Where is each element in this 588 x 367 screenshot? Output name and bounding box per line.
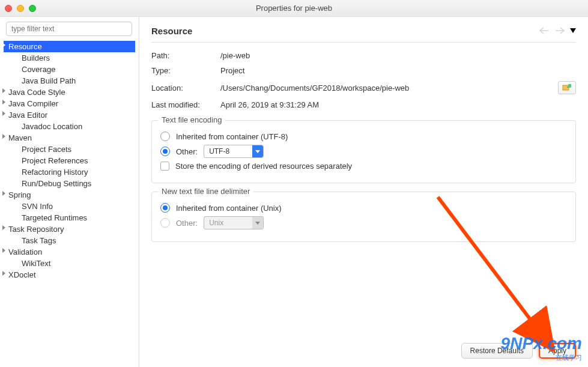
category-tree: ResourceBuildersCoverageJava Build PathJ…	[4, 41, 135, 281]
sidebar-item-coverage[interactable]: Coverage	[4, 64, 135, 75]
delimiter-select: Unix	[204, 216, 264, 229]
sidebar-item-label: SVN Info	[22, 202, 53, 211]
restore-defaults-button[interactable]: Restore Defaults	[461, 343, 533, 359]
encoding-inherited-radio[interactable]	[160, 132, 170, 141]
sidebar-item-label: Maven	[8, 133, 32, 142]
sidebar-item-label: Java Build Path	[22, 76, 76, 85]
sidebar-item-maven[interactable]: Maven	[4, 132, 135, 144]
encoding-group: Text file encoding Inherited from contai…	[151, 120, 576, 183]
delimiter-select-value: Unix	[209, 219, 223, 227]
chevron-updown-icon	[252, 217, 263, 229]
expand-arrow-icon	[2, 225, 5, 230]
sidebar-item-java-compiler[interactable]: Java Compiler	[4, 98, 135, 109]
sidebar-item-validation[interactable]: Validation	[4, 246, 135, 258]
store-derived-checkbox[interactable]	[160, 162, 169, 171]
sidebar-item-label: Builders	[22, 53, 50, 62]
type-value: Project	[220, 66, 558, 75]
sidebar-item-project-references[interactable]: Project References	[4, 155, 135, 166]
titlebar: Properties for pie-web	[0, 0, 588, 17]
expand-arrow-icon	[2, 88, 5, 93]
content-pane: Resource Path: /pie-web Type: Project Lo…	[139, 17, 588, 367]
sidebar-item-wikitext[interactable]: WikiText	[4, 258, 135, 269]
sidebar-item-label: Java Compiler	[8, 99, 58, 108]
filter-input[interactable]	[6, 22, 132, 36]
encoding-select-value: UTF-8	[209, 147, 229, 156]
sidebar-item-label: Project Facets	[22, 145, 71, 154]
show-in-system-explorer-button[interactable]	[558, 81, 576, 94]
expand-arrow-icon	[2, 111, 5, 116]
nav-forward-icon[interactable]	[553, 25, 566, 36]
sidebar-item-label: Task Repository	[8, 225, 64, 234]
sidebar-item-java-code-style[interactable]: Java Code Style	[4, 86, 135, 98]
sidebar-item-resource[interactable]: Resource	[4, 41, 135, 52]
window-title: Properties for pie-web	[0, 4, 588, 13]
location-label: Location:	[151, 83, 220, 93]
expand-arrow-icon	[2, 43, 5, 47]
delimiter-group-title: New text file line delimiter	[158, 187, 253, 196]
sidebar: ResourceBuildersCoverageJava Build PathJ…	[0, 17, 139, 367]
sidebar-item-label: Java Code Style	[8, 88, 65, 97]
sidebar-item-label: Targeted Runtimes	[22, 213, 87, 222]
delimiter-other-radio[interactable]	[160, 218, 170, 228]
sidebar-item-xdoclet[interactable]: XDoclet	[4, 269, 135, 281]
expand-arrow-icon	[2, 100, 5, 105]
expand-arrow-icon	[2, 248, 5, 253]
delimiter-other-label: Other:	[176, 219, 198, 228]
encoding-other-label: Other:	[176, 147, 198, 156]
encoding-select[interactable]: UTF-8	[204, 145, 264, 158]
path-label: Path:	[151, 51, 220, 60]
sidebar-item-label: Javadoc Location	[22, 122, 82, 131]
location-value: /Users/Chang/Documents/GF2018/workspace/…	[220, 83, 558, 93]
nav-back-icon[interactable]	[538, 25, 551, 36]
sidebar-item-svn-info[interactable]: SVN Info	[4, 201, 135, 212]
lastmod-label: Last modified:	[151, 100, 220, 109]
sidebar-item-project-facets[interactable]: Project Facets	[4, 144, 135, 155]
sidebar-item-label: Coverage	[22, 65, 55, 74]
sidebar-item-label: Run/Debug Settings	[22, 179, 91, 188]
sidebar-item-java-editor[interactable]: Java Editor	[4, 109, 135, 121]
apply-button[interactable]: Apply	[539, 343, 576, 359]
encoding-inherited-label: Inherited from container (UTF-8)	[176, 132, 288, 141]
expand-arrow-icon	[2, 271, 5, 276]
delimiter-inherited-radio[interactable]	[160, 203, 170, 213]
store-derived-label: Store the encoding of derived resources …	[175, 162, 352, 171]
sidebar-item-javadoc-location[interactable]: Javadoc Location	[4, 121, 135, 132]
path-value: /pie-web	[220, 51, 558, 60]
chevron-down-icon	[252, 145, 263, 157]
sidebar-item-label: Resource	[8, 42, 42, 51]
sidebar-item-java-build-path[interactable]: Java Build Path	[4, 75, 135, 86]
view-menu-icon[interactable]	[570, 28, 576, 33]
sidebar-item-label: WikiText	[22, 259, 50, 268]
delimiter-group: New text file line delimiter Inherited f…	[151, 192, 576, 242]
delimiter-inherited-label: Inherited from container (Unix)	[176, 204, 282, 213]
sidebar-item-label: Spring	[8, 190, 31, 199]
svg-rect-0	[563, 85, 569, 90]
encoding-group-title: Text file encoding	[158, 115, 225, 124]
sidebar-item-run-debug-settings[interactable]: Run/Debug Settings	[4, 178, 135, 189]
sidebar-item-task-repository[interactable]: Task Repository	[4, 223, 135, 235]
sidebar-item-label: Task Tags	[22, 236, 56, 245]
sidebar-item-label: Java Editor	[8, 111, 47, 120]
sidebar-item-targeted-runtimes[interactable]: Targeted Runtimes	[4, 212, 135, 223]
expand-arrow-icon	[2, 134, 5, 139]
sidebar-item-refactoring-history[interactable]: Refactoring History	[4, 166, 135, 178]
sidebar-item-label: Validation	[8, 247, 42, 256]
sidebar-item-builders[interactable]: Builders	[4, 52, 135, 64]
page-title: Resource	[151, 26, 538, 36]
lastmod-value: April 26, 2019 at 9:31:29 AM	[220, 100, 558, 109]
expand-arrow-icon	[2, 191, 5, 196]
sidebar-item-label: Refactoring History	[22, 168, 88, 177]
sidebar-item-label: XDoclet	[8, 270, 36, 279]
sidebar-item-task-tags[interactable]: Task Tags	[4, 235, 135, 246]
encoding-other-radio[interactable]	[160, 147, 170, 156]
sidebar-item-spring[interactable]: Spring	[4, 189, 135, 201]
type-label: Type:	[151, 66, 220, 75]
sidebar-item-label: Project References	[22, 156, 88, 165]
